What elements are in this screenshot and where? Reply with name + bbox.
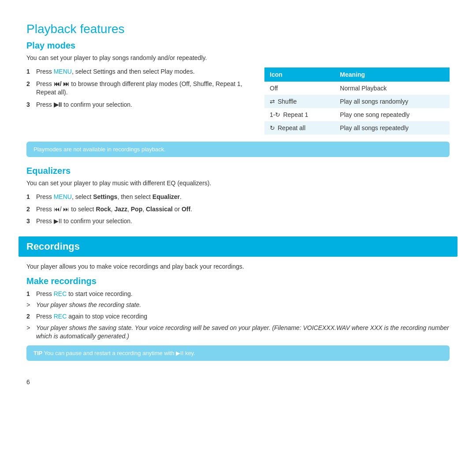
- eq-step-3: 3 Press ▶II to confirm your selection.: [26, 217, 450, 226]
- table-cell-meaning-repeat1: Play one song repeatedly: [335, 108, 450, 121]
- rec-step-2-text: Press REC again to stop voice recording: [36, 312, 147, 321]
- step-num-1: 1: [26, 67, 33, 76]
- tip-box: TIP You can pause and restart a recordin…: [26, 345, 450, 361]
- step-num-2: 2: [26, 80, 33, 97]
- tip-label: TIP: [33, 350, 42, 356]
- recordings-intro: Your player allows you to make voice rec…: [26, 263, 450, 270]
- eq-step-2-text: Press ⏮/ ⏭ to select Rock, Jazz, Pop, Cl…: [36, 205, 192, 214]
- step-2: 2 Press ⏮/ ⏭ to browse through different…: [26, 80, 256, 97]
- repeatall-label: Repeat all: [278, 124, 305, 131]
- make-recordings-title: Make recordings: [26, 276, 450, 286]
- eq-step-num-3: 3: [26, 217, 33, 226]
- step-num-3: 3: [26, 101, 33, 109]
- menu-keyword-eq: MENU: [54, 193, 72, 200]
- rec-keyword-2: REC: [54, 313, 67, 320]
- play-modes-info-box: Playmodes are not available in recording…: [26, 142, 450, 157]
- arrow-symbol-1: >: [26, 301, 33, 310]
- equalizers-section: Equalizers You can set your player to pl…: [26, 166, 450, 226]
- rec-step-num-2: 2: [26, 312, 33, 321]
- page-title: Playback features: [26, 22, 450, 36]
- eq-step-2: 2 Press ⏮/ ⏭ to select Rock, Jazz, Pop, …: [26, 205, 450, 214]
- play-modes-section: Play modes You can set your player to pl…: [26, 41, 450, 157]
- page-number: 6: [26, 378, 450, 386]
- rec-arrow-1: > Your player shows the recording state.: [26, 301, 450, 310]
- repeat1-icon: 1-↻: [270, 111, 280, 118]
- table-header-icon: Icon: [264, 67, 335, 82]
- step-1-text: Press MENU, select Settings and then sel…: [36, 67, 195, 76]
- rec-arrow-2-text: Your player shows the saving state. Your…: [36, 324, 450, 341]
- table-cell-icon-repeatall: ↻ Repeat all: [264, 121, 335, 135]
- rec-step-1-text: Press REC to start voice recording.: [36, 290, 133, 299]
- recordings-section: Your player allows you to make voice rec…: [26, 263, 450, 361]
- rec-keyword-1: REC: [54, 290, 67, 297]
- arrow-symbol-2: >: [26, 324, 33, 341]
- play-modes-table: Icon Meaning Off Normal Playback ⇄ Shuff…: [264, 67, 450, 135]
- table-cell-meaning-shuffle: Play all songs randomlyy: [335, 95, 450, 108]
- rec-step-1: 1 Press REC to start voice recording.: [26, 290, 450, 299]
- make-recordings-steps-2: 2 Press REC again to stop voice recordin…: [26, 312, 450, 321]
- repeatall-icon: ↻: [270, 124, 275, 131]
- tip-text: You can pause and restart a recording an…: [44, 350, 195, 356]
- table-row: ↻ Repeat all Play all songs repeatedly: [264, 121, 450, 135]
- table-cell-meaning-off: Normal Playback: [335, 82, 450, 95]
- rec-step-num-1: 1: [26, 290, 33, 299]
- play-modes-intro: You can set your player to play songs ra…: [26, 54, 450, 61]
- table-row: 1-↻ Repeat 1 Play one song repeatedly: [264, 108, 450, 121]
- rec-step-2: 2 Press REC again to stop voice recordin…: [26, 312, 450, 321]
- eq-step-num-1: 1: [26, 193, 33, 202]
- equalizers-title: Equalizers: [26, 166, 450, 176]
- table-cell-icon-repeat1: 1-↻ Repeat 1: [264, 108, 335, 121]
- table-row: ⇄ Shuffle Play all songs randomlyy: [264, 95, 450, 108]
- rec-arrow-2: > Your player shows the saving state. Yo…: [26, 324, 450, 341]
- eq-step-1-text: Press MENU, select Settings, then select…: [36, 193, 182, 202]
- table-cell-icon-shuffle: ⇄ Shuffle: [264, 95, 335, 108]
- recordings-header: Recordings: [19, 236, 457, 257]
- table-header-meaning: Meaning: [335, 67, 450, 82]
- eq-step-3-text: Press ▶II to confirm your selection.: [36, 217, 132, 226]
- step-2-text: Press ⏮/ ⏭ to browse through different p…: [36, 80, 256, 97]
- play-modes-title: Play modes: [26, 41, 450, 51]
- table-row: Off Normal Playback: [264, 82, 450, 95]
- equalizers-steps: 1 Press MENU, select Settings, then sele…: [26, 193, 450, 226]
- step-1: 1 Press MENU, select Settings and then s…: [26, 67, 256, 76]
- eq-step-1: 1 Press MENU, select Settings, then sele…: [26, 193, 450, 202]
- play-modes-steps: 1 Press MENU, select Settings and then s…: [26, 67, 256, 135]
- eq-step-num-2: 2: [26, 205, 33, 214]
- recordings-title: Recordings: [26, 241, 450, 252]
- mode-table: Icon Meaning Off Normal Playback ⇄ Shuff…: [264, 67, 450, 135]
- rec-arrow-1-text: Your player shows the recording state.: [36, 301, 141, 310]
- step-3-text: Press ▶II to confirm your selection.: [36, 101, 132, 109]
- step-3: 3 Press ▶II to confirm your selection.: [26, 101, 256, 109]
- table-cell-meaning-repeatall: Play all songs repeatedly: [335, 121, 450, 135]
- table-cell-icon-off: Off: [264, 82, 335, 95]
- equalizers-intro: You can set your player to play music wi…: [26, 180, 450, 187]
- make-recordings-steps: 1 Press REC to start voice recording.: [26, 290, 450, 299]
- menu-keyword-1: MENU: [54, 68, 72, 75]
- shuffle-label: Shuffle: [278, 98, 297, 105]
- shuffle-icon: ⇄: [270, 98, 275, 105]
- play-modes-content: 1 Press MENU, select Settings and then s…: [26, 67, 450, 135]
- info-box-text: Playmodes are not available in recording…: [33, 146, 166, 153]
- repeat1-label: Repeat 1: [283, 111, 308, 118]
